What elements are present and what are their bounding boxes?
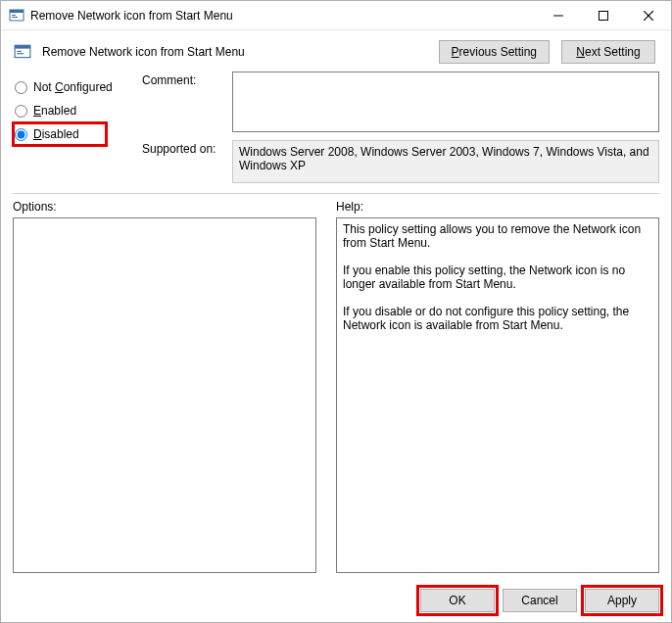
apply-button[interactable]: Apply — [585, 589, 659, 612]
radio-disabled-input[interactable] — [15, 128, 27, 141]
svg-line-6 — [644, 11, 653, 21]
dialog-window: Remove Network icon from Start Menu Remo… — [0, 0, 672, 623]
window-controls — [536, 1, 671, 29]
svg-rect-11 — [17, 53, 24, 54]
policy-heading: Remove Network icon from Start Menu — [42, 45, 429, 59]
config-area: Not Configured Enabled Disabled Comment:… — [1, 72, 671, 187]
svg-line-7 — [644, 11, 653, 21]
svg-rect-10 — [17, 51, 22, 52]
comment-label: Comment: — [142, 72, 224, 132]
window-title: Remove Network icon from Start Menu — [30, 9, 536, 23]
help-panel: Help: This policy setting allows you to … — [336, 198, 659, 573]
svg-rect-9 — [15, 45, 30, 48]
next-setting-button[interactable]: Next Setting — [561, 40, 655, 64]
ok-button[interactable]: OK — [420, 589, 495, 612]
footer: OK Cancel Apply — [1, 579, 671, 622]
supported-row: Supported on: Windows Server 2008, Windo… — [142, 140, 659, 183]
svg-rect-5 — [600, 11, 608, 20]
comment-row: Comment: — [142, 72, 659, 132]
radio-disabled[interactable]: Disabled — [13, 122, 107, 146]
policy-icon — [9, 8, 24, 24]
supported-label: Supported on: — [142, 140, 224, 183]
lower-area: Options: Help: This policy setting allow… — [1, 198, 671, 579]
help-box: This policy setting allows you to remove… — [336, 217, 659, 573]
titlebar: Remove Network icon from Start Menu — [1, 1, 671, 30]
help-label: Help: — [336, 198, 659, 217]
divider — [13, 193, 659, 194]
radio-enabled-input[interactable] — [15, 105, 27, 118]
svg-rect-2 — [12, 15, 16, 16]
state-radio-group: Not Configured Enabled Disabled — [13, 72, 134, 183]
radio-not-configured-input[interactable] — [15, 81, 27, 94]
previous-setting-button[interactable]: Previous Setting — [439, 40, 550, 64]
svg-rect-1 — [10, 10, 24, 13]
options-panel: Options: — [13, 198, 316, 573]
cancel-button[interactable]: Cancel — [503, 589, 577, 612]
minimize-button[interactable] — [536, 1, 581, 29]
policy-heading-icon — [13, 42, 32, 62]
supported-on-box: Windows Server 2008, Windows Server 2003… — [232, 140, 659, 183]
radio-not-configured[interactable]: Not Configured — [13, 75, 134, 99]
options-label: Options: — [13, 198, 316, 217]
radio-enabled[interactable]: Enabled — [13, 99, 134, 122]
comment-input[interactable] — [232, 72, 659, 132]
svg-rect-3 — [12, 17, 18, 18]
options-box[interactable] — [13, 217, 316, 573]
maximize-button[interactable] — [581, 1, 626, 29]
close-button[interactable] — [626, 1, 671, 29]
header-row: Remove Network icon from Start Menu Prev… — [1, 30, 671, 72]
